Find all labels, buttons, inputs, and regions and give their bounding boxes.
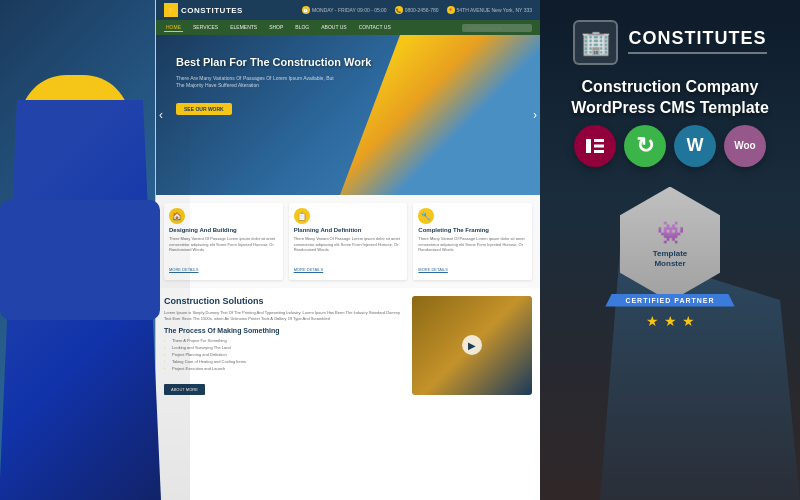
hero-title: Best Plan For The Construction Work bbox=[176, 55, 371, 69]
right-main-title: Construction Company WordPress CMS Templ… bbox=[555, 77, 785, 119]
elementor-icon bbox=[574, 125, 616, 167]
tm-text: TemplateMonster bbox=[653, 249, 688, 268]
website-mockup: ⚡ CONSTITUTES 🕐 MONDAY - FRIDAY 09:00 - … bbox=[155, 0, 540, 500]
svg-rect-0 bbox=[586, 139, 591, 153]
logo-text: CONSTITUTES bbox=[181, 6, 243, 15]
clock-icon: 🕐 bbox=[302, 6, 310, 14]
building-icon: 🏢 bbox=[573, 20, 618, 65]
service-link-3[interactable]: MORE DETAILS bbox=[418, 267, 448, 272]
header-hours: 🕐 MONDAY - FRIDAY 09:00 - 05:00 bbox=[302, 6, 387, 14]
plugin-icons-row: ↻ W Woo bbox=[574, 125, 766, 167]
svg-rect-3 bbox=[594, 150, 604, 153]
wordpress-icon: W bbox=[674, 125, 716, 167]
templatemonster-badge: 👾 TemplateMonster CERTIFIED PARTNER ★ ★ … bbox=[605, 187, 734, 329]
header-info-bar: 🕐 MONDAY - FRIDAY 09:00 - 05:00 📞 0800-2… bbox=[302, 6, 532, 14]
tm-stars: ★ ★ ★ bbox=[646, 313, 695, 329]
tm-certified-banner: CERTIFIED PARTNER bbox=[605, 294, 734, 307]
nav-blog[interactable]: BLOG bbox=[293, 23, 311, 32]
tm-hexagon: 👾 TemplateMonster bbox=[620, 187, 720, 302]
tm-certified-text: CERTIFIED PARTNER bbox=[625, 297, 714, 304]
service-desc-2: There Many Variant Of Passage Lorem ipsu… bbox=[294, 236, 403, 253]
right-brand: 🏢 CONSTITUTES bbox=[573, 20, 766, 65]
brand-name: CONSTITUTES bbox=[628, 28, 766, 49]
tm-star-1: ★ bbox=[646, 313, 659, 329]
svg-rect-1 bbox=[594, 139, 604, 142]
solutions-section: Construction Solutions Lorem Ipsum is Si… bbox=[156, 288, 540, 403]
site-nav: HOME SERVICES ELEMENTS SHOP BLOG ABOUT U… bbox=[156, 20, 540, 35]
service-title-2: Planning And Definition bbox=[294, 227, 403, 233]
left-panel: ⚡ CONSTITUTES 🕐 MONDAY - FRIDAY 09:00 - … bbox=[0, 0, 540, 500]
refresh-icon: ↻ bbox=[624, 125, 666, 167]
nav-home[interactable]: HOME bbox=[164, 23, 183, 32]
tm-inner: 👾 TemplateMonster bbox=[648, 215, 693, 273]
solutions-desc: Lorem Ipsum is Simply Dummy Text Of The … bbox=[164, 310, 404, 322]
search-input[interactable] bbox=[462, 24, 532, 32]
phone-icon: 📞 bbox=[395, 6, 403, 14]
service-icon-2: 📋 bbox=[294, 208, 310, 224]
hero-next-arrow[interactable]: › bbox=[533, 108, 537, 122]
solution-item-1: There A Project For Something bbox=[164, 337, 404, 344]
service-title-3: Completing The Framing bbox=[418, 227, 527, 233]
service-card-3: 🔧 Completing The Framing There Many Vari… bbox=[413, 203, 532, 280]
services-section: 🏠 Designing And Building There Many Vari… bbox=[156, 195, 540, 288]
service-desc-3: There Many Variant Of Passage Lorem ipsu… bbox=[418, 236, 527, 253]
nav-about[interactable]: ABOUT US bbox=[319, 23, 348, 32]
nav-elements[interactable]: ELEMENTS bbox=[228, 23, 259, 32]
nav-items: HOME SERVICES ELEMENTS SHOP BLOG ABOUT U… bbox=[164, 23, 393, 32]
hero-section: Best Plan For The Construction Work Ther… bbox=[156, 35, 540, 195]
hero-content: Best Plan For The Construction Work Ther… bbox=[176, 55, 371, 115]
brand-divider bbox=[628, 52, 766, 54]
solution-item-4: Taking Care of Heating and Cooling Items bbox=[164, 358, 404, 365]
logo-icon: ⚡ bbox=[164, 3, 178, 17]
tm-star-3: ★ bbox=[682, 313, 695, 329]
solutions-title: Construction Solutions bbox=[164, 296, 404, 306]
solutions-left: Construction Solutions Lorem Ipsum is Si… bbox=[164, 296, 404, 395]
solutions-list: There A Project For Something Looking an… bbox=[164, 337, 404, 372]
nav-shop[interactable]: SHOP bbox=[267, 23, 285, 32]
hero-description: There Are Many Variations Of Passages Of… bbox=[176, 75, 336, 89]
right-panel: 🏢 CONSTITUTES Construction Company WordP… bbox=[540, 0, 800, 500]
tm-star-2: ★ bbox=[664, 313, 677, 329]
location-icon: 📍 bbox=[447, 6, 455, 14]
service-link-2[interactable]: MORE DETAILS bbox=[294, 267, 324, 272]
nav-services[interactable]: SERVICES bbox=[191, 23, 220, 32]
header-phone: 📞 0800-2456-780 bbox=[395, 6, 439, 14]
worker-figure bbox=[0, 80, 190, 500]
site-header: ⚡ CONSTITUTES 🕐 MONDAY - FRIDAY 09:00 - … bbox=[156, 0, 540, 20]
tm-monster-icon: 👾 bbox=[657, 220, 684, 246]
solution-item-3: Project Planning and Definition bbox=[164, 351, 404, 358]
service-card-2: 📋 Planning And Definition There Many Var… bbox=[289, 203, 408, 280]
site-logo: ⚡ CONSTITUTES bbox=[164, 3, 243, 17]
right-title-block: CONSTITUTES bbox=[628, 28, 766, 57]
play-button[interactable]: ▶ bbox=[462, 335, 482, 355]
header-address: 📍 54TH AVENUE New York, NY 333 bbox=[447, 6, 532, 14]
svg-rect-2 bbox=[594, 144, 604, 147]
solution-item-2: Looking and Surveying The Land bbox=[164, 344, 404, 351]
worker-arms bbox=[0, 200, 160, 320]
solutions-subtitle: The Process Of Making Something bbox=[164, 327, 404, 334]
nav-contact[interactable]: CONTACT US bbox=[357, 23, 393, 32]
service-icon-3: 🔧 bbox=[418, 208, 434, 224]
woocommerce-icon: Woo bbox=[724, 125, 766, 167]
solutions-image: ▶ bbox=[412, 296, 532, 395]
solution-item-5: Project Execution and Launch bbox=[164, 365, 404, 372]
